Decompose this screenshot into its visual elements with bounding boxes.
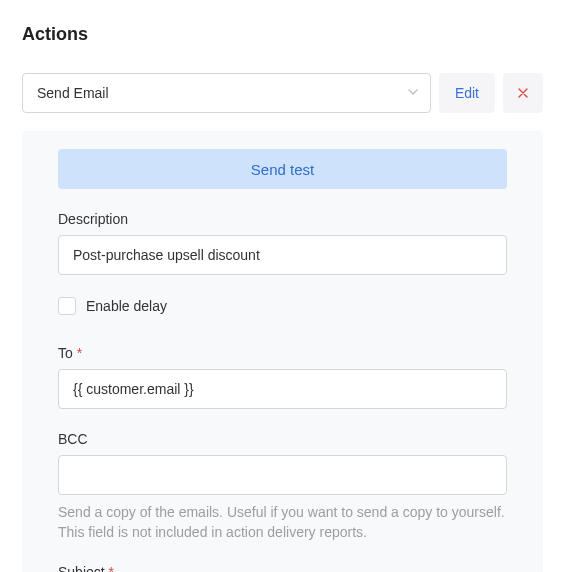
bcc-help-text: Send a copy of the emails. Useful if you… <box>58 503 507 542</box>
enable-delay-checkbox[interactable] <box>58 297 76 315</box>
bcc-label: BCC <box>58 431 507 447</box>
required-asterisk: * <box>77 345 82 361</box>
action-type-select-wrap <box>22 73 431 113</box>
close-icon <box>517 85 529 102</box>
to-field-group: To * <box>58 345 507 409</box>
action-panel: Send test Description Enable delay To * … <box>22 131 543 572</box>
description-field-group: Description <box>58 211 507 275</box>
action-top-row: Edit <box>22 73 543 113</box>
to-input[interactable] <box>58 369 507 409</box>
to-label: To * <box>58 345 507 361</box>
action-type-select[interactable] <box>22 73 431 113</box>
bcc-input[interactable] <box>58 455 507 495</box>
description-label: Description <box>58 211 507 227</box>
remove-button[interactable] <box>503 73 543 113</box>
edit-button[interactable]: Edit <box>439 73 495 113</box>
bcc-field-group: BCC Send a copy of the emails. Useful if… <box>58 431 507 542</box>
description-input[interactable] <box>58 235 507 275</box>
enable-delay-label: Enable delay <box>86 298 167 314</box>
send-test-button[interactable]: Send test <box>58 149 507 189</box>
enable-delay-row: Enable delay <box>58 297 507 315</box>
subject-field-group: Subject * <box>58 564 507 572</box>
subject-label: Subject * <box>58 564 507 572</box>
required-asterisk: * <box>109 564 114 572</box>
page-title: Actions <box>22 24 543 45</box>
